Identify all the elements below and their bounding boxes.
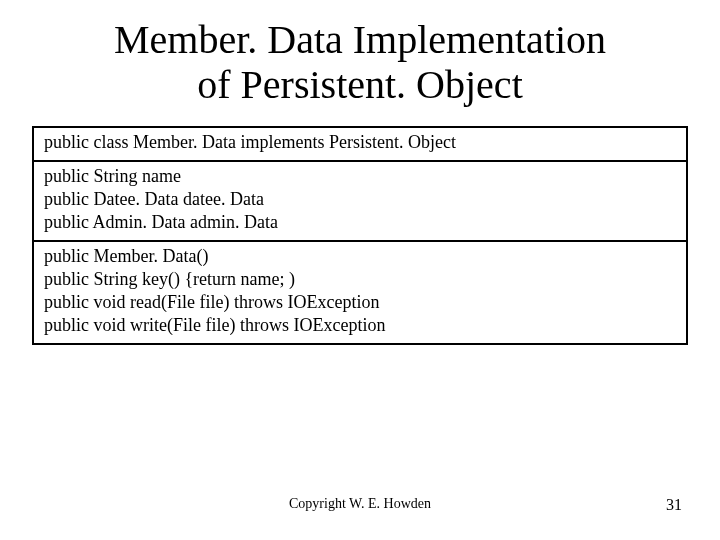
slide: Member. Data Implementation of Persisten… bbox=[0, 0, 720, 540]
method-line: public String key() {return name; ) bbox=[44, 268, 676, 291]
field-line: public String name bbox=[44, 165, 676, 188]
slide-title: Member. Data Implementation of Persisten… bbox=[32, 18, 688, 108]
uml-methods-compartment: public Member. Data() public String key(… bbox=[34, 242, 686, 343]
uml-class-box: public class Member. Data implements Per… bbox=[32, 126, 688, 345]
method-line: public void write(File file) throws IOEx… bbox=[44, 314, 676, 337]
method-line: public void read(File file) throws IOExc… bbox=[44, 291, 676, 314]
page-number: 31 bbox=[666, 496, 682, 514]
copyright-text: Copyright W. E. Howden bbox=[289, 496, 431, 512]
uml-header-compartment: public class Member. Data implements Per… bbox=[34, 128, 686, 162]
class-declaration: public class Member. Data implements Per… bbox=[44, 131, 676, 154]
method-line: public Member. Data() bbox=[44, 245, 676, 268]
uml-fields-compartment: public String name public Datee. Data da… bbox=[34, 162, 686, 242]
field-line: public Datee. Data datee. Data bbox=[44, 188, 676, 211]
title-line-2: of Persistent. Object bbox=[197, 62, 523, 107]
field-line: public Admin. Data admin. Data bbox=[44, 211, 676, 234]
title-line-1: Member. Data Implementation bbox=[114, 17, 606, 62]
slide-footer: Copyright W. E. Howden 31 bbox=[0, 496, 720, 516]
